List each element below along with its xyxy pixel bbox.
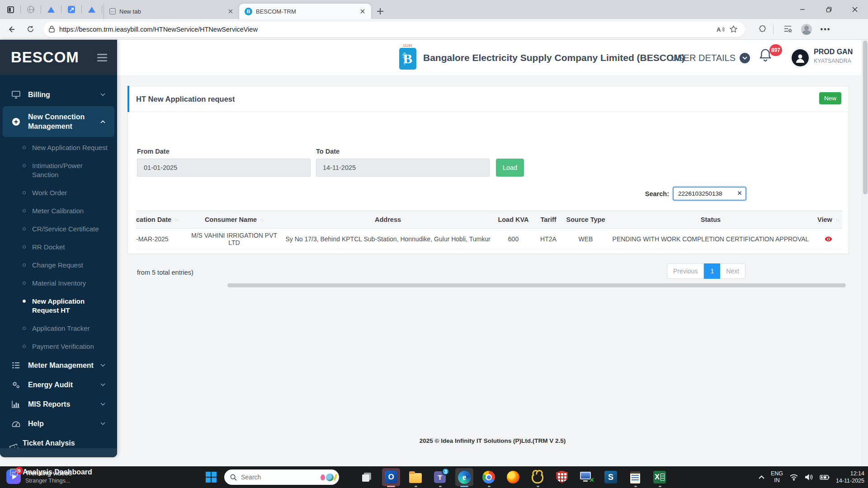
new-tab-button[interactable] <box>374 5 387 18</box>
column-header-status[interactable]: Status <box>607 216 814 223</box>
tab-bescom-trm[interactable]: B BESCOM-TRM <box>239 4 371 19</box>
pagination-next[interactable]: Next <box>720 263 745 279</box>
collections-icon[interactable] <box>780 22 795 37</box>
sidebar-sub-payment-verification[interactable]: Payment Verification <box>0 338 117 356</box>
load-button[interactable]: Load <box>496 159 524 177</box>
settings-menu-icon[interactable]: ••• <box>818 22 833 37</box>
extensions-puzzle-icon[interactable] <box>755 22 770 37</box>
sort-icon[interactable]: ↑↓ <box>835 217 839 222</box>
wifi-icon[interactable] <box>789 474 798 481</box>
favorite-star-icon[interactable] <box>727 23 740 36</box>
edge-icon[interactable]: e <box>452 466 476 488</box>
jira-pinned-tab-icon[interactable] <box>66 4 77 15</box>
sidebar-item-mis-reports[interactable]: MIS Reports <box>0 394 117 414</box>
close-window-button[interactable] <box>842 0 868 19</box>
pagination-previous[interactable]: Previous <box>667 263 704 279</box>
sidebar-item-energy-audit[interactable]: Energy Audit <box>0 375 117 394</box>
workspaces-icon[interactable] <box>5 4 16 15</box>
back-icon[interactable] <box>4 22 19 37</box>
remote-pc-icon[interactable]: ✕ <box>574 466 599 488</box>
horizontal-scrollbar-thumb[interactable] <box>227 283 846 287</box>
task-view-icon[interactable] <box>354 466 379 488</box>
sidebar-item-billing[interactable]: Billing <box>0 85 117 104</box>
outlook-icon[interactable]: O <box>379 466 403 488</box>
atlassian-pinned-tab-icon-2[interactable] <box>86 4 98 15</box>
firefox-icon[interactable] <box>501 466 525 488</box>
security-shield-icon[interactable] <box>550 466 574 488</box>
close-tab-icon[interactable] <box>359 7 367 15</box>
url-text[interactable]: https://bescom.trm.ieasybill.com/HTNewSe… <box>59 26 714 33</box>
vertical-scrollbar[interactable] <box>862 40 868 466</box>
s-app-icon[interactable]: S <box>599 466 623 488</box>
search-input[interactable] <box>673 187 746 201</box>
sidebar-sub-new-application-request[interactable]: New Application Request <box>0 139 117 157</box>
column-header-tariff[interactable]: Tariff <box>533 216 564 223</box>
pagination-page-1[interactable]: 1 <box>704 263 720 279</box>
column-header-source-type[interactable]: Source Type <box>564 216 607 223</box>
read-aloud-icon[interactable]: A <box>714 23 727 36</box>
column-header-application-date[interactable]: cation Date↑↓ <box>136 216 187 223</box>
sidebar-sub-application-tracker[interactable]: Application Tracker <box>0 319 117 338</box>
taskbar-search[interactable] <box>224 469 339 485</box>
line-chart-icon <box>10 469 23 476</box>
sidebar-item-meter-management[interactable]: Meter Management <box>0 356 117 375</box>
tab-new-tab[interactable]: New tab <box>104 4 239 19</box>
sidebar-item-analysis-dashboard[interactable]: Analysis Dashboard <box>0 462 117 482</box>
excel-icon[interactable]: X <box>647 466 672 488</box>
chevron-up-icon <box>100 120 105 123</box>
battery-icon[interactable] <box>820 474 830 480</box>
person-icon <box>795 52 806 63</box>
close-tab-icon[interactable] <box>226 7 235 15</box>
sidebar-sub-meter-calibration[interactable]: Meter Calibration <box>0 202 117 220</box>
sidebar-sub-material-inventory[interactable]: Material Inventory <box>0 274 117 292</box>
column-header-consumer-name[interactable]: Consumer Name↑↓ <box>187 216 282 223</box>
sort-icon[interactable]: ↑↓ <box>175 217 178 222</box>
from-date-input[interactable] <box>137 159 311 177</box>
restore-button[interactable] <box>816 0 842 19</box>
new-button[interactable]: New <box>819 92 841 104</box>
sidebar-sub-work-order[interactable]: Work Order <box>0 184 117 202</box>
tab-title: New tab <box>119 8 226 15</box>
taskbar-search-input[interactable] <box>241 474 304 481</box>
vertical-scrollbar-thumb[interactable] <box>863 41 868 194</box>
sidebar-item-new-connection-management[interactable]: New Connection Management <box>3 106 114 137</box>
teams-icon[interactable]: T3 <box>428 466 452 488</box>
sidebar-item-ticket-analysis-dashboard[interactable]: Ticket Analysis Dashboard <box>0 433 117 462</box>
sidebar-sub-cr-service-certificate[interactable]: CR/Service Certificate <box>0 220 117 238</box>
profile-avatar-icon[interactable] <box>799 22 814 37</box>
file-explorer-icon[interactable] <box>403 466 428 488</box>
hamburger-menu-icon[interactable] <box>97 54 107 61</box>
profile-avatar[interactable] <box>790 48 810 68</box>
sort-icon[interactable]: ↑↓ <box>260 217 264 222</box>
sidebar-sub-change-request[interactable]: Change Request <box>0 256 117 274</box>
sidebar-item-help[interactable]: Help <box>0 414 117 433</box>
taskbar: 9 Trending videos Stranger Things... O T… <box>0 466 868 488</box>
clear-search-icon[interactable]: ✕ <box>736 190 743 197</box>
column-header-view[interactable]: View↑↓ <box>814 216 842 223</box>
view-eye-button[interactable] <box>814 236 842 242</box>
hidden-icons-chevron[interactable] <box>759 475 764 479</box>
horizontal-scrollbar[interactable] <box>137 283 841 288</box>
sidebar-sub-new-application-request-ht[interactable]: New Application Request HT <box>0 292 117 319</box>
notifications-bell[interactable]: 897 <box>759 48 779 69</box>
globe-pinned-tab-icon[interactable] <box>25 4 37 15</box>
sidebar-sub-rr-docket[interactable]: RR Docket <box>0 238 117 256</box>
start-button[interactable] <box>206 472 217 483</box>
column-header-address[interactable]: Address <box>282 216 494 223</box>
volume-icon[interactable] <box>805 474 813 481</box>
chrome-icon[interactable] <box>476 466 501 488</box>
atlassian-pinned-tab-icon[interactable] <box>45 4 57 15</box>
address-bar[interactable]: https://bescom.trm.ieasybill.com/HTNewSe… <box>43 22 745 37</box>
minimize-button[interactable] <box>789 0 816 19</box>
page: ಬೆವಿಕಂ B Bangalore Electricity Supply Co… <box>0 40 868 466</box>
sidebar-sub-intimation-power-sanction[interactable]: Intimation/Power Sanction <box>0 157 117 184</box>
to-date-input[interactable] <box>316 159 490 177</box>
owl-app-icon[interactable] <box>525 466 550 488</box>
user-details-dropdown[interactable]: USER DETAILS <box>671 40 750 76</box>
column-header-load-kva[interactable]: Load KVA <box>494 216 533 223</box>
taskbar-clock[interactable]: 12:14 14-11-2025 <box>836 470 864 484</box>
language-indicator[interactable]: ENG IN <box>771 470 783 484</box>
user-identity[interactable]: PROD GAN KYATSANDRA <box>814 48 853 64</box>
notepad-icon[interactable] <box>623 466 647 488</box>
refresh-icon[interactable] <box>23 22 38 37</box>
